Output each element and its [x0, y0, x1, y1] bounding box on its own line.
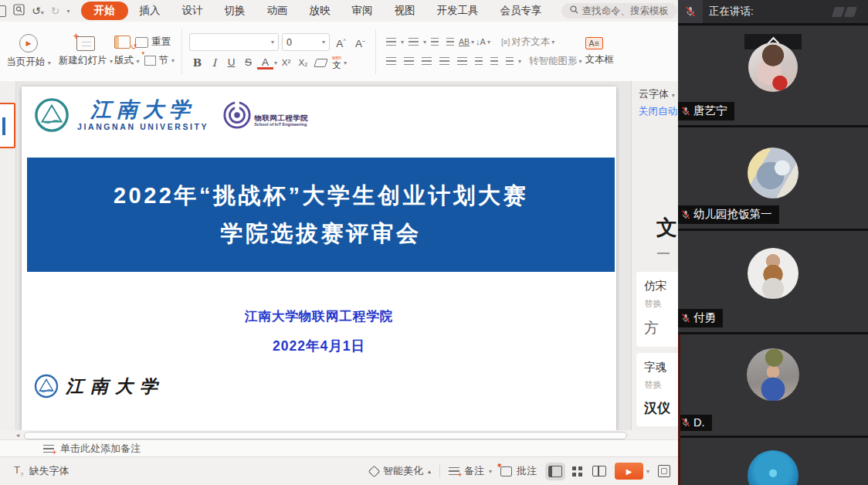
tab-view[interactable]: 视图 [385, 2, 426, 20]
participant-tile[interactable]: 付勇 [678, 229, 868, 332]
new-slide-button[interactable]: 新建幻灯片 ▾ [57, 36, 114, 67]
start-show-button[interactable]: ▶ 当页开始 ▾ [0, 34, 57, 69]
numbered-list-icon[interactable] [409, 38, 419, 46]
missing-font-card[interactable]: 仿宋 替换 方 [636, 272, 678, 347]
mic-muted-icon[interactable] [678, 0, 703, 23]
smart-beautify-button[interactable]: 智能美化 ▴ [370, 464, 431, 478]
scrollbar-thumb[interactable] [24, 432, 627, 439]
collapse-ribbon-icon[interactable]: ▾ [66, 8, 70, 15]
redo-icon[interactable]: ↻ [51, 5, 60, 16]
play-options-arrow[interactable]: ▾ [646, 468, 649, 475]
italic-button[interactable]: I [206, 56, 222, 69]
participant-tile[interactable]: 幼儿园抢饭第一 [678, 125, 868, 229]
play-circle-icon: ▶ [19, 34, 38, 53]
mic-muted-icon [681, 107, 690, 116]
participant-name-label: 幼儿园抢饭第一 [678, 205, 779, 224]
align-text-button[interactable]: 对齐文本 [511, 36, 550, 49]
section-button[interactable]: 节 ▾ [144, 54, 175, 67]
bold-button[interactable]: B [189, 56, 205, 69]
avatar [748, 450, 798, 485]
add-note-icon [43, 445, 54, 453]
notes-toggle-button[interactable]: 备注 ▾ [449, 464, 492, 478]
scroll-left-icon[interactable]: ◂ [16, 432, 19, 439]
align-center-icon[interactable] [404, 57, 414, 65]
close-auto-link[interactable]: 关闭自动 [639, 105, 677, 118]
increase-font-icon[interactable]: A^ [333, 35, 349, 50]
font-name-select[interactable]: ▾ [189, 33, 279, 51]
layout-icon [114, 36, 131, 49]
spacing-options-icon[interactable] [506, 57, 514, 65]
horizontal-scrollbar[interactable]: ◂ [0, 430, 678, 439]
reset-icon [135, 37, 148, 48]
line-spacing-icon[interactable] [475, 57, 483, 65]
title-banner[interactable]: 2022年“挑战杯”大学生创业计划大赛 学院选拔赛评审会 [27, 158, 615, 272]
comments-button[interactable]: 批注 [500, 464, 537, 478]
font-color-button[interactable]: A [257, 58, 273, 70]
participant-tile[interactable]: 唐艺宁 [678, 23, 868, 125]
university-en-name: JIANGNAN UNIVERSITY [77, 123, 209, 132]
text-direction-button[interactable]: ↓A [476, 37, 486, 46]
tab-review[interactable]: 审阅 [342, 2, 383, 20]
slide-thumbnail-1[interactable] [0, 103, 15, 148]
speaking-label: 正在讲话: [709, 5, 754, 19]
tab-slideshow[interactable]: 放映 [300, 2, 341, 20]
ribbon-tabs: 开始 插入 设计 切换 动画 放映 审阅 视图 开发工具 会员专享 [81, 2, 552, 20]
pinyin-guide-button[interactable]: wén 文 [332, 56, 341, 70]
reading-view-icon[interactable] [592, 466, 606, 477]
normal-view-icon[interactable] [548, 466, 562, 477]
strikethrough-button[interactable]: S [240, 56, 256, 69]
tab-home[interactable]: 开始 [81, 2, 128, 20]
bullet-list-icon[interactable] [386, 38, 396, 46]
smart-graphic-button[interactable]: 转智能图形 [529, 55, 578, 68]
pinyin-arrow[interactable]: ▾ [344, 59, 347, 66]
align-left-icon[interactable] [386, 57, 396, 65]
decrease-font-icon[interactable]: A– [352, 35, 368, 50]
decrease-indent-icon[interactable] [431, 38, 439, 46]
superscript-button[interactable]: X² [278, 56, 294, 69]
meeting-sidebar: 正在讲话: 唐艺宁 幼儿园抢饭第一 付勇 [678, 0, 868, 485]
tab-insert[interactable]: 插入 [130, 2, 171, 20]
missing-font-card[interactable]: 字魂 替换 汉仪 [636, 353, 678, 426]
font-color-arrow[interactable]: ▾ [274, 59, 277, 66]
tab-design[interactable]: 设计 [172, 2, 213, 20]
missing-fonts-status[interactable]: 缺失字体 [29, 464, 69, 478]
slide-organization[interactable]: 江南大学物联网工程学院 [22, 308, 616, 325]
layout-button[interactable]: 版式 ▾ [114, 54, 140, 67]
align-right-icon[interactable] [422, 57, 432, 65]
cloud-fonts-button[interactable]: 云字体 ▾ [639, 87, 675, 101]
command-search-input[interactable]: 查找命令、搜索模板 [561, 3, 678, 19]
tab-transition[interactable]: 切换 [215, 2, 256, 20]
font-size-select[interactable]: 0▾ [282, 33, 330, 51]
slide-date[interactable]: 2022年4月1日 [22, 337, 616, 355]
font-preview-glyph: 文 [656, 214, 677, 242]
notes-bar[interactable]: 单击此处添加备注 [0, 439, 678, 456]
clear-format-icon[interactable] [314, 59, 328, 67]
meeting-header: 正在讲话: [678, 0, 868, 23]
subscript-button[interactable]: X₂ [295, 56, 311, 69]
menu-icon[interactable] [0, 5, 6, 17]
distribute-icon[interactable] [457, 57, 467, 65]
text-box-button[interactable]: 文本框 [585, 53, 615, 66]
participant-tile[interactable]: D. [678, 332, 868, 436]
notes-placeholder: 单击此处添加备注 [60, 442, 141, 456]
tab-member[interactable]: 会员专享 [490, 2, 552, 20]
increase-indent-icon[interactable] [446, 38, 454, 46]
fullscreen-icon[interactable] [658, 465, 670, 477]
undo-icon[interactable]: ↺▾ [32, 5, 44, 16]
find-icon[interactable] [13, 4, 25, 19]
slide-thumbnail-panel[interactable] [0, 81, 16, 430]
play-slideshow-button[interactable]: ▶ [615, 463, 643, 480]
missing-font-icon[interactable]: T? [14, 464, 23, 478]
tab-devtools[interactable]: 开发工具 [427, 2, 489, 20]
footer-calligraphy: 江南大学 [66, 375, 164, 399]
underline-button[interactable]: U [223, 56, 239, 69]
slide-sorter-icon[interactable] [572, 466, 582, 477]
tab-animation[interactable]: 动画 [257, 2, 298, 20]
participant-tile[interactable] [678, 436, 868, 485]
text-box-icon[interactable]: A≡ [585, 37, 603, 49]
para-spacing-icon[interactable] [490, 57, 498, 65]
char-spacing-button[interactable]: AB [459, 37, 470, 46]
reset-button[interactable]: 重置 [135, 36, 171, 49]
justify-icon[interactable] [439, 57, 449, 65]
slide-canvas[interactable]: 江南大学 JIANGNAN UNIVERSITY 物联网工程学院 School [22, 86, 616, 431]
